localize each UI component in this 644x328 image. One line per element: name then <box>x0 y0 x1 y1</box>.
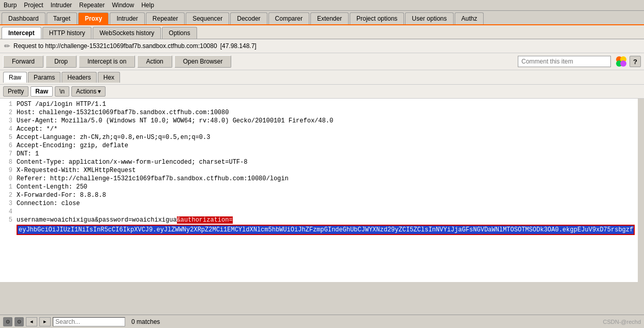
toolbar: Forward Drop Intercept is on Action Open… <box>0 53 644 70</box>
tab-project-options[interactable]: Project options <box>350 12 404 24</box>
request-info-bar: ✏ Request to http://challenge-15321c1069… <box>0 39 644 53</box>
sfmt-n[interactable]: \n <box>55 86 69 97</box>
sub-format-bar: Pretty Raw \n Actions ▾ <box>0 85 644 99</box>
actions-label: Actions <box>76 88 96 95</box>
request-url: Request to http://challenge-15321c1069fb… <box>13 42 217 50</box>
tab-proxy[interactable]: Proxy <box>78 12 109 24</box>
table-row: 7 DNT: 1 <box>3 150 635 159</box>
tab-intruder[interactable]: Intruder <box>110 12 144 24</box>
fmt-tab-hex[interactable]: Hex <box>98 72 120 83</box>
table-row: 4 Accept: */* <box>3 126 635 134</box>
chevron-down-icon: ▾ <box>98 88 101 95</box>
fmt-tab-params[interactable]: Params <box>28 72 61 83</box>
open-browser-button[interactable]: Open Browser <box>174 55 232 68</box>
tab-user-options[interactable]: User options <box>405 12 453 24</box>
table-row: 5 Accept-Language: zh-CN,zh;q=0.8,en-US;… <box>3 134 635 142</box>
comment-input[interactable] <box>518 56 611 67</box>
format-tab-bar: Raw Params Headers Hex <box>0 70 644 85</box>
tab-repeater[interactable]: Repeater <box>146 12 185 24</box>
tab-sequencer[interactable]: Sequencer <box>186 12 229 24</box>
fmt-tab-headers[interactable]: Headers <box>62 72 96 83</box>
table-row: 2 Host: challenge-15321c1069fbaf7b.sandb… <box>3 109 635 117</box>
table-row: 3 User-Agent: Mozilla/5.0 (Windows NT 10… <box>3 117 635 126</box>
request-body[interactable]: 1 POST /api/login HTTP/1.1 2 Host: chall… <box>0 99 644 282</box>
menu-help[interactable]: Help <box>140 1 156 9</box>
actions-dropdown-button[interactable]: Actions ▾ <box>71 86 106 97</box>
tab-dashboard[interactable]: Dashboard <box>2 12 46 24</box>
svg-point-3 <box>620 60 626 67</box>
action-button[interactable]: Action <box>137 55 172 68</box>
tab-options[interactable]: Options <box>162 27 197 39</box>
fmt-tab-raw[interactable]: Raw <box>3 72 27 83</box>
menu-intruder[interactable]: Intruder <box>49 1 73 9</box>
tab-decoder[interactable]: Decoder <box>230 12 267 24</box>
tab-extender[interactable]: Extender <box>310 12 349 24</box>
table-row: 3 Connection: close <box>3 200 635 208</box>
sfmt-raw[interactable]: Raw <box>31 86 53 97</box>
pencil-icon: ✏ <box>4 42 10 50</box>
highlighted-selection: &authorization= <box>177 216 233 224</box>
table-row: 0 Referer: http://challenge-15321c1069fb… <box>3 175 635 183</box>
table-row: 5 username=woaichixigua&password=woaichi… <box>3 216 635 225</box>
menu-burp[interactable]: Burp <box>2 1 18 9</box>
intercept-toggle-button[interactable]: Intercept is on <box>79 55 135 68</box>
table-row: 9 X-Requested-With: XMLHttpRequest <box>3 167 635 175</box>
menu-repeater[interactable]: Repeater <box>78 1 106 9</box>
table-row: 8 Content-Type: application/x-www-form-u… <box>3 159 635 167</box>
tab-target[interactable]: Target <box>47 12 77 24</box>
table-row: 1 POST /api/login HTTP/1.1 <box>3 101 635 109</box>
menu-project[interactable]: Project <box>22 1 44 9</box>
plain-text: username=woaichixigua&password=woaichixi… <box>17 216 177 224</box>
menu-bar: Burp Project Intruder Repeater Window He… <box>0 0 644 11</box>
table-row: eyJhbGciOiJIUzI1NiIsInR5cCI6IkpXVCJ9.eyJ… <box>17 225 635 235</box>
tab-http-history[interactable]: HTTP history <box>42 27 92 39</box>
tab-authz[interactable]: Authz <box>455 12 484 24</box>
tab-websockets-history[interactable]: WebSockets history <box>93 27 161 39</box>
tab-intercept[interactable]: Intercept <box>2 27 41 39</box>
sfmt-pretty[interactable]: Pretty <box>3 86 28 97</box>
tab-comparer[interactable]: Comparer <box>268 12 309 24</box>
forward-button[interactable]: Forward <box>3 55 43 68</box>
drop-button[interactable]: Drop <box>46 55 77 68</box>
request-ip: [47.98.148.7] <box>220 42 257 50</box>
table-row: 1 Content-Length: 250 <box>3 183 635 192</box>
second-tab-bar: Intercept HTTP history WebSockets histor… <box>0 25 644 39</box>
table-row: 4 <box>3 208 635 216</box>
help-button[interactable]: ? <box>630 56 641 67</box>
table-row: 6 Accept-Encoding: gzip, deflate <box>3 142 635 150</box>
menu-window[interactable]: Window <box>110 1 136 9</box>
burp-icon <box>615 55 627 68</box>
top-tab-bar: Dashboard Target Proxy Intruder Repeater… <box>0 11 644 25</box>
table-row: 2 X-Forwarded-For: 8.8.8.8 <box>3 192 635 200</box>
